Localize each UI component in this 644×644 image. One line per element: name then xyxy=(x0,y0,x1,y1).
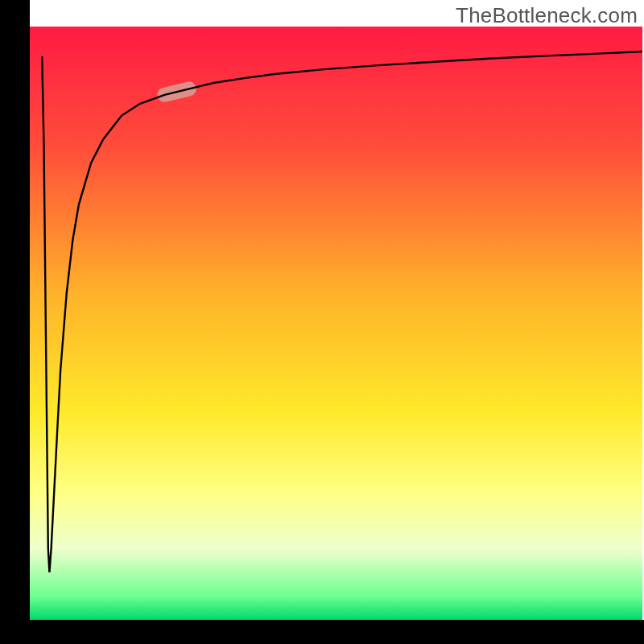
chart-svg xyxy=(0,0,644,644)
watermark-text: TheBottleneck.com xyxy=(456,3,638,28)
y-axis-band xyxy=(0,0,30,644)
x-axis-band xyxy=(0,620,644,644)
chart-container: TheBottleneck.com xyxy=(0,0,644,644)
